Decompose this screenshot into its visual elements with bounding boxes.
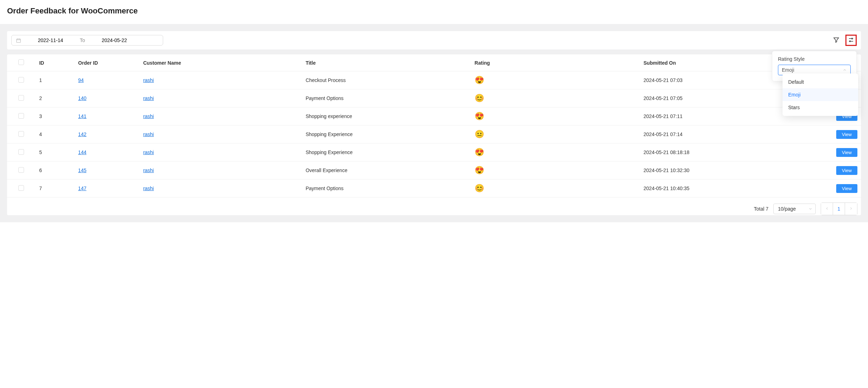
col-rating: Rating [471,54,640,71]
current-page[interactable]: 1 [833,203,845,215]
rating-style-option[interactable]: Default [783,76,858,88]
per-page-select[interactable]: 10/page [773,204,816,214]
row-checkbox[interactable] [18,185,24,191]
row-submitted: 2024-05-21 07:14 [640,125,802,143]
view-button[interactable]: View [836,184,857,193]
row-title: Overall Experience [302,161,471,180]
table-row: 194rashiCheckout Process😍2024-05-21 07:0… [7,71,861,89]
rating-emoji: 😍 [475,76,484,84]
customer-link[interactable]: rashi [143,131,154,137]
customer-link[interactable]: rashi [143,77,154,83]
calendar-icon [16,38,21,43]
view-button[interactable]: View [836,130,857,139]
table-row: 4142rashiShopping Experience😐2024-05-21 … [7,125,861,143]
row-index: 2 [36,89,75,107]
table-row: 3141rashiShopping experience😍2024-05-21 … [7,107,861,125]
row-submitted: 2024-05-21 07:11 [640,107,802,125]
col-checkbox [7,54,36,71]
customer-link[interactable]: rashi [143,113,154,119]
row-index: 6 [36,161,75,180]
filter-panel: To Rating Style Emoji [7,31,861,49]
row-index: 5 [36,143,75,161]
rating-style-selected: Emoji [782,67,794,73]
chevron-down-icon [808,207,813,211]
table-row: 7147rashiPayment Options😊2024-05-21 10:4… [7,180,861,198]
row-checkbox[interactable] [18,131,24,137]
funnel-icon [833,37,839,44]
chevron-right-icon [849,206,853,212]
row-index: 7 [36,180,75,198]
rating-style-option[interactable]: Stars [783,101,858,114]
order-id-link[interactable]: 144 [78,149,86,155]
row-index: 4 [36,125,75,143]
row-title: Shopping Experience [302,143,471,161]
table-panel: ID Order ID Customer Name Title Rating S… [7,54,861,215]
rating-emoji: 😐 [475,130,484,139]
order-id-link[interactable]: 140 [78,95,86,101]
svg-point-1 [852,38,853,39]
prev-page-button[interactable] [821,203,833,215]
row-submitted: 2024-05-21 08:18:18 [640,143,802,161]
customer-link[interactable]: rashi [143,167,154,173]
row-index: 3 [36,107,75,125]
sliders-icon [848,37,854,44]
row-title: Payment Options [302,180,471,198]
per-page-value: 10/page [778,206,796,212]
order-id-link[interactable]: 94 [78,77,84,83]
feedback-table: ID Order ID Customer Name Title Rating S… [7,54,861,198]
table-row: 2140rashiPayment Options😊2024-05-21 07:0… [7,89,861,107]
row-checkbox[interactable] [18,167,24,173]
row-checkbox[interactable] [18,77,24,83]
date-from-input[interactable] [28,37,73,43]
view-button[interactable]: View [836,166,857,175]
row-checkbox[interactable] [18,113,24,119]
toolbar: To Rating Style Emoji [7,31,861,49]
date-range-picker[interactable]: To [11,35,163,46]
row-checkbox[interactable] [18,149,24,155]
customer-link[interactable]: rashi [143,186,154,191]
content-area: To Rating Style Emoji [0,24,868,222]
col-id: ID [36,54,75,71]
chevron-up-icon [843,68,847,72]
row-submitted: 2024-05-21 10:32:30 [640,161,802,180]
rating-emoji: 😊 [475,94,484,102]
toolbar-right: Rating Style Emoji DefaultEmojiStars [831,35,857,46]
page-header: Order Feedback for WooCommerce [0,0,868,24]
order-id-link[interactable]: 147 [78,186,86,191]
row-submitted: 2024-05-21 07:05 [640,89,802,107]
rating-emoji: 😍 [475,166,484,175]
col-customer: Customer Name [139,54,302,71]
rating-emoji: 😍 [475,148,484,157]
row-title: Shopping Experience [302,125,471,143]
table-row: 6145rashiOverall Experience😍2024-05-21 1… [7,161,861,180]
rating-style-option[interactable]: Emoji [783,88,858,101]
page-title: Order Feedback for WooCommerce [7,6,861,16]
order-id-link[interactable]: 145 [78,167,86,173]
date-to-input[interactable] [91,37,137,43]
row-title: Shopping experience [302,107,471,125]
table-header-row: ID Order ID Customer Name Title Rating S… [7,54,861,71]
col-title: Title [302,54,471,71]
total-label: Total 7 [754,206,768,212]
order-id-link[interactable]: 142 [78,131,86,137]
rating-style-label: Rating Style [778,56,851,62]
select-all-checkbox[interactable] [18,59,24,65]
customer-link[interactable]: rashi [143,149,154,155]
row-index: 1 [36,71,75,89]
rating-emoji: 😊 [475,184,484,193]
chevron-left-icon [825,206,829,212]
row-checkbox[interactable] [18,95,24,101]
row-title: Checkout Process [302,71,471,89]
row-title: Payment Options [302,89,471,107]
customer-link[interactable]: rashi [143,95,154,101]
next-page-button[interactable] [845,203,857,215]
pagination: 1 [821,202,857,215]
order-id-link[interactable]: 141 [78,113,86,119]
col-order-id: Order ID [75,54,139,71]
view-button[interactable]: View [836,148,857,157]
settings-button[interactable] [845,35,857,46]
rating-style-dropdown: DefaultEmojiStars [783,74,858,116]
table-row: 5144rashiShopping Experience😍2024-05-21 … [7,143,861,161]
date-separator: To [80,37,85,43]
filter-button[interactable] [831,35,842,46]
